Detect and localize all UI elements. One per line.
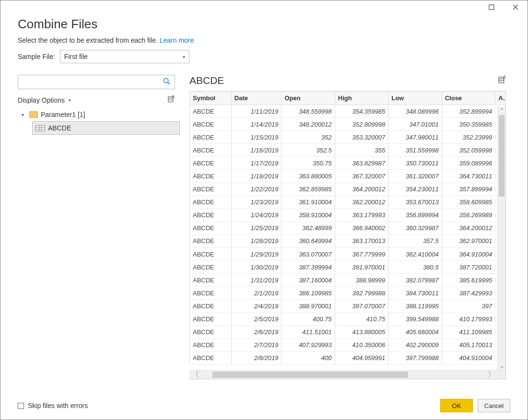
tree-table-label: ABCDE [48, 124, 71, 132]
search-input[interactable] [18, 75, 175, 89]
vertical-scrollbar[interactable]: ⌃ ⌄ [497, 106, 505, 370]
svg-line-4 [168, 82, 170, 84]
scroll-down-icon[interactable]: ⌄ [498, 362, 505, 370]
scroll-right-icon[interactable]: 〉 [486, 371, 497, 379]
cell: 410.179993 [442, 313, 495, 326]
cell: 385.619995 [442, 274, 495, 287]
cell: 388.970001 [281, 300, 334, 313]
cell: 1/31/2019 [231, 274, 282, 287]
cell: 348.089996 [388, 105, 441, 118]
hscroll-thumb[interactable] [212, 372, 408, 378]
svg-point-3 [164, 78, 168, 82]
cell: 2/1/2019 [231, 287, 282, 300]
cell: 367.320007 [335, 170, 388, 183]
table-row[interactable]: ABCDE2/4/2019388.970001397.070007388.119… [189, 300, 505, 313]
cell: 387.429993 [442, 287, 495, 300]
table-row[interactable]: ABCDE2/5/2019400.75410.75399.549988410.1… [189, 313, 505, 326]
close-button[interactable] [505, 1, 526, 13]
cell: 351.559998 [388, 144, 441, 157]
table-row[interactable]: ABCDE1/24/2019358.910004363.179993356.89… [189, 209, 505, 222]
table-row[interactable]: ABCDE2/6/2019411.51001413.880005405.6600… [189, 326, 505, 339]
cell: 350.75 [281, 157, 334, 170]
table-row[interactable]: ABCDE1/31/2019387.160004388.98999382.079… [189, 274, 505, 287]
cell: 410.350006 [335, 338, 388, 351]
table-row[interactable]: ABCDE1/18/2019363.880005367.320007361.32… [189, 170, 505, 183]
cell: 1/11/2019 [231, 105, 282, 118]
cell: 353.670013 [388, 196, 441, 209]
collapse-icon[interactable]: ▾ [22, 112, 26, 117]
table-row[interactable]: ABCDE2/8/2019400404.959991397.799988404.… [189, 352, 505, 365]
ok-button[interactable]: OK [440, 399, 473, 412]
cell: 363.829987 [335, 157, 388, 170]
cell: 410.75 [335, 313, 388, 326]
table-row[interactable]: ABCDE1/25/2019362.48999366.940002360.329… [189, 222, 505, 235]
column-header[interactable]: Ad [495, 92, 505, 105]
cell: 358.609985 [442, 196, 495, 209]
cancel-button[interactable]: Cancel [478, 399, 510, 412]
scroll-up-icon[interactable]: ⌃ [498, 106, 505, 115]
table-row[interactable]: ABCDE1/16/2019352.5355351.559998352.0599… [189, 144, 505, 157]
display-options-dropdown[interactable]: Display Options [18, 96, 71, 104]
table-row[interactable]: ABCDE1/14/2019348.200012352.809998347.01… [189, 118, 505, 131]
scroll-left-icon[interactable]: 〈 [189, 371, 201, 379]
cell: 387.720001 [442, 261, 495, 274]
titlebar [0, 0, 528, 14]
cell: 358.910004 [281, 209, 334, 222]
vscroll-thumb[interactable] [499, 115, 505, 197]
cell: 2/8/2019 [231, 351, 282, 364]
dialog-footer: Skip files with errors OK Cancel [0, 392, 528, 420]
column-header[interactable]: High [335, 92, 388, 105]
tree-table-row[interactable]: ABCDE [32, 121, 180, 135]
cell: 405.660004 [388, 326, 441, 338]
table-row[interactable]: ABCDE2/1/2019386.109985392.799988384.730… [189, 287, 505, 300]
cell: 2/6/2019 [231, 326, 282, 338]
table-row[interactable]: ABCDE2/7/2019407.929993410.350006402.290… [189, 339, 505, 352]
column-header[interactable]: Date [231, 92, 282, 105]
skip-errors-checkbox[interactable]: Skip files with errors [18, 402, 88, 409]
table-row[interactable]: ABCDE1/15/2019352353.320007347.980011352… [189, 131, 505, 144]
tree-folder-row[interactable]: ▾ Parameter1 [1] [18, 108, 175, 121]
column-header[interactable]: Low [388, 92, 441, 105]
horizontal-scrollbar[interactable]: 〈 〉 [189, 370, 505, 379]
cell: 397 [442, 300, 495, 313]
cell: 352.059998 [442, 144, 495, 157]
cell: 360.329987 [388, 222, 441, 234]
cell: ABCDE [189, 351, 231, 364]
cell: 352.5 [281, 144, 334, 157]
cell: 362.48999 [281, 222, 334, 234]
table-row[interactable]: ABCDE1/11/2019348.559998354.359985348.08… [189, 105, 505, 118]
table-row[interactable]: ABCDE1/29/2019363.070007367.779999362.41… [189, 248, 505, 261]
table-row[interactable]: ABCDE1/30/2019387.399994391.970001380.53… [189, 261, 505, 274]
cell: 355 [335, 144, 388, 157]
cell: 387.399994 [281, 261, 334, 274]
table-row[interactable]: ABCDE1/28/2019360.649994363.170013357.53… [189, 235, 505, 248]
cell: 1/24/2019 [231, 209, 282, 222]
refresh-preview-icon[interactable] [498, 75, 506, 86]
checkbox-icon[interactable] [18, 403, 24, 409]
table-row[interactable]: ABCDE1/22/2019362.859985364.200012354.23… [189, 183, 505, 196]
cell: ABCDE [189, 326, 231, 338]
cell: 367.779999 [335, 248, 388, 261]
cell: 362.200012 [335, 196, 388, 209]
cell: 397.799988 [388, 351, 441, 364]
cell: 366.940002 [335, 222, 388, 234]
chevron-down-icon: ▾ [183, 54, 185, 59]
column-header[interactable]: Open [281, 92, 334, 105]
cell: 404.910004 [442, 351, 495, 364]
cell: 1/30/2019 [231, 261, 282, 274]
table-row[interactable]: ABCDE1/17/2019350.75363.829987350.730011… [189, 157, 505, 170]
table-row[interactable]: ABCDE1/23/2019361.910004362.200012353.67… [189, 196, 505, 209]
cell: 350.730011 [388, 157, 441, 170]
cell: ABCDE [189, 300, 231, 313]
cell: 2/7/2019 [231, 338, 282, 351]
cell: 362.410004 [388, 248, 441, 261]
refresh-navigator-icon[interactable] [167, 95, 175, 105]
cell: 363.070007 [281, 248, 334, 261]
column-header[interactable]: Close [442, 92, 495, 105]
learn-more-link[interactable]: Learn more [160, 36, 194, 44]
maximize-button[interactable] [481, 1, 502, 13]
cell: 407.929993 [281, 338, 334, 351]
sample-file-dropdown[interactable]: First file ▾ [60, 50, 189, 63]
subtitle-text: Select the object to be extracted from e… [18, 36, 158, 44]
column-header[interactable]: Symbol [189, 92, 231, 105]
